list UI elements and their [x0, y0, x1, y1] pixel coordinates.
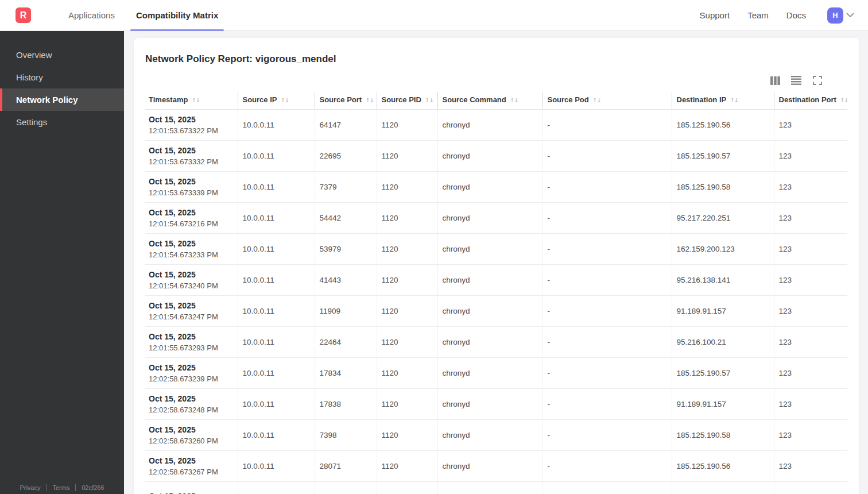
cell-destination-ip: 91.189.91.157 [672, 389, 774, 420]
table-row[interactable]: Oct 15, 2025 12:01:53.673322 PM 10.0.0.1… [145, 110, 847, 141]
table-row[interactable]: Oct 15, 2025 12:01:55.673293 PM 10.0.0.1… [145, 327, 847, 358]
cell-source-ip: 10.0.0.11 [238, 203, 315, 234]
cell-source-command: chronyd [437, 172, 542, 203]
cell-source-ip: 10.0.0.11 [238, 172, 315, 203]
table-row[interactable]: Oct 15, 2025 12:01:54.673233 PM 10.0.0.1… [145, 234, 847, 265]
avatar[interactable]: H [827, 7, 843, 24]
cell-source-pid: 1120 [377, 172, 437, 203]
cell-destination-ip: 185.125.190.58 [672, 420, 774, 451]
sort-icon[interactable]: ↑↓ [840, 97, 847, 103]
cell-source-port: 41443 [315, 265, 377, 296]
cell-source-port: 17834 [315, 358, 377, 389]
table-row[interactable]: Oct 15, 2025 12:02:58.673239 PM 10.0.0.1… [145, 358, 847, 389]
cell-timestamp: Oct 15, 2025 [145, 482, 238, 494]
cell-source-ip: 10.0.0.11 [238, 110, 315, 141]
cell-source-ip: 10.0.0.11 [238, 420, 315, 451]
tab-compatibility-matrix[interactable]: Compatibility Matrix [135, 0, 219, 31]
cell-source-ip: 10.0.0.11 [238, 358, 315, 389]
cell-source-port: 22695 [315, 141, 377, 172]
cell-source-command: chronyd [437, 389, 542, 420]
cell-destination-port: 123 [774, 234, 847, 265]
sidebar-item-settings[interactable]: Settings [0, 111, 124, 133]
cell-source-command: chronyd [437, 296, 542, 327]
top-navbar: R Applications Compatibility Matrix Supp… [0, 0, 868, 31]
cell-destination-port: 123 [774, 110, 847, 141]
table-row[interactable]: Oct 15, 2025 12:02:58.673260 PM 10.0.0.1… [145, 420, 847, 451]
sort-icon[interactable]: ↑↓ [592, 97, 601, 103]
sidebar-item-network-policy[interactable]: Network Policy [0, 88, 124, 111]
cell-source-port: 7379 [315, 172, 377, 203]
cell-source-command: chronyd [437, 451, 542, 482]
col-header-destination-port[interactable]: Destination Port↑↓ [774, 92, 847, 110]
table-row[interactable]: Oct 15, 2025 12:01:54.673240 PM 10.0.0.1… [145, 265, 847, 296]
table-row[interactable]: Oct 15, 2025 12:01:53.673339 PM 10.0.0.1… [145, 172, 847, 203]
table-toolbar [145, 75, 823, 86]
cell-timestamp: Oct 15, 2025 12:02:58.673248 PM [145, 389, 238, 420]
sidebar-item-history[interactable]: History [0, 66, 124, 88]
cell-destination-ip: 185.125.190.56 [672, 110, 774, 141]
cell-source-pod: - [542, 110, 672, 141]
cell-source-pod: - [542, 234, 672, 265]
table-row[interactable]: Oct 15, 2025 [145, 482, 847, 494]
sort-icon[interactable]: ↑↓ [425, 97, 433, 103]
cell-source-pid: 1120 [377, 110, 437, 141]
brand-logo[interactable]: R [16, 7, 31, 23]
user-menu[interactable]: H [827, 7, 854, 24]
col-header-source-port[interactable]: Source Port↑↓ [315, 92, 377, 110]
col-header-timestamp[interactable]: Timestamp↑↓ [145, 92, 238, 110]
cell-source-command: chronyd [437, 358, 542, 389]
cell-source-ip: 10.0.0.11 [238, 265, 315, 296]
cell-source-pod [542, 482, 672, 494]
sort-icon[interactable]: ↑↓ [510, 97, 518, 103]
col-header-source-ip[interactable]: Source IP↑↓ [238, 92, 315, 110]
cell-destination-port [774, 482, 847, 494]
col-header-source-pod[interactable]: Source Pod↑↓ [542, 92, 672, 110]
sort-icon[interactable]: ↑↓ [280, 97, 289, 103]
cell-source-ip: 10.0.0.11 [238, 234, 315, 265]
cell-destination-port: 123 [774, 327, 847, 358]
sidebar: Overview History Network Policy Settings… [0, 31, 124, 494]
network-policy-table: Timestamp↑↓ Source IP↑↓ Source Port↑↓ So… [145, 92, 847, 494]
nav-link-support[interactable]: Support [700, 10, 730, 20]
cell-destination-ip: 185.125.190.57 [672, 358, 774, 389]
sort-icon[interactable]: ↑↓ [730, 97, 738, 103]
cell-destination-ip: 185.125.190.57 [672, 141, 774, 172]
cell-source-command: chronyd [437, 234, 542, 265]
cell-timestamp: Oct 15, 2025 12:01:54.673247 PM [145, 296, 238, 327]
build-id: 02cf266 [82, 484, 104, 491]
cell-source-pod: - [542, 265, 672, 296]
col-header-destination-ip[interactable]: Destination IP↑↓ [672, 92, 774, 110]
sort-icon[interactable]: ↑↓ [191, 97, 200, 103]
cell-destination-ip [672, 482, 774, 494]
col-header-source-pid[interactable]: Source PID↑↓ [377, 92, 437, 110]
nav-link-team[interactable]: Team [747, 10, 769, 20]
table-row[interactable]: Oct 15, 2025 12:01:54.673247 PM 10.0.0.1… [145, 296, 847, 327]
col-header-source-command[interactable]: Source Command↑↓ [437, 92, 542, 110]
cell-source-command: chronyd [437, 110, 542, 141]
sidebar-item-overview[interactable]: Overview [0, 44, 124, 66]
table-row[interactable]: Oct 15, 2025 12:01:54.673216 PM 10.0.0.1… [145, 203, 847, 234]
terms-link[interactable]: Terms [52, 484, 69, 491]
cell-timestamp: Oct 15, 2025 12:01:54.673240 PM [145, 265, 238, 296]
cell-destination-port: 123 [774, 451, 847, 482]
table-row[interactable]: Oct 15, 2025 12:02:58.673267 PM 10.0.0.1… [145, 451, 847, 482]
table-row[interactable]: Oct 15, 2025 12:01:53.673332 PM 10.0.0.1… [145, 141, 847, 172]
cell-destination-ip: 95.217.220.251 [672, 203, 774, 234]
row-view-icon[interactable] [790, 75, 802, 86]
footer-divider [75, 484, 76, 491]
tab-applications[interactable]: Applications [67, 0, 116, 31]
cell-source-command: chronyd [437, 141, 542, 172]
sort-icon[interactable]: ↑↓ [365, 97, 374, 103]
chevron-down-icon[interactable] [846, 13, 854, 18]
nav-link-docs[interactable]: Docs [786, 10, 806, 20]
fullscreen-icon[interactable] [812, 75, 823, 86]
cell-source-ip: 10.0.0.11 [238, 296, 315, 327]
cell-source-pid: 1120 [377, 389, 437, 420]
cell-source-ip: 10.0.0.11 [238, 141, 315, 172]
cell-timestamp: Oct 15, 2025 12:01:53.673322 PM [145, 110, 238, 141]
column-view-icon[interactable] [769, 75, 781, 86]
page-title: Network Policy Report: vigorous_mendel [145, 53, 847, 65]
cell-source-pid: 1120 [377, 451, 437, 482]
table-row[interactable]: Oct 15, 2025 12:02:58.673248 PM 10.0.0.1… [145, 389, 847, 420]
privacy-link[interactable]: Privacy [20, 484, 40, 491]
